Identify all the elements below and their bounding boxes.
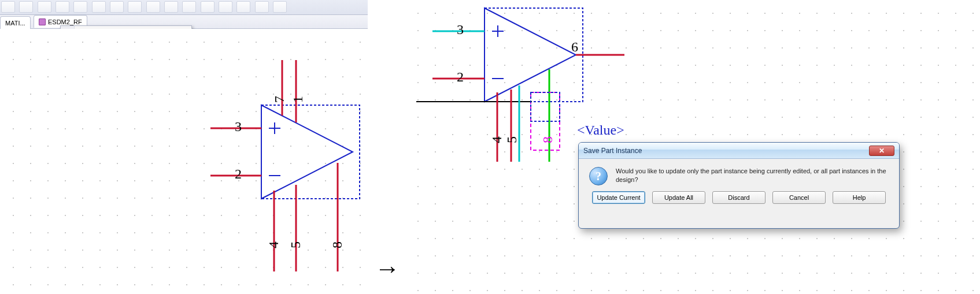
- toolbar-button[interactable]: [56, 1, 69, 13]
- update-current-button[interactable]: Update Current: [592, 191, 645, 204]
- svg-marker-1: [261, 105, 353, 199]
- pin-label: 2: [457, 69, 464, 85]
- pin-label: 3: [457, 22, 464, 38]
- save-part-instance-dialog: Save Part Instance ✕ ? Would you like to…: [578, 142, 900, 229]
- toolbar-button[interactable]: [164, 1, 178, 13]
- toolbar-button[interactable]: [19, 1, 33, 13]
- toolbar-button[interactable]: [255, 1, 269, 13]
- close-icon: ✕: [879, 147, 885, 155]
- part-value-label: <Value>: [577, 122, 624, 138]
- dialog-message: Would you like to update only the part i…: [616, 167, 889, 185]
- schematic-file-icon: [39, 18, 46, 25]
- toolbar-button[interactable]: [219, 1, 232, 13]
- pin-label: 5: [288, 241, 304, 248]
- toolbar-button[interactable]: [128, 1, 142, 13]
- document-tab[interactable]: MATI...: [0, 16, 31, 29]
- help-button[interactable]: Help: [833, 191, 886, 204]
- toolbar-button[interactable]: [236, 1, 250, 13]
- arrow-right-icon: →: [375, 254, 400, 283]
- toolbar-button[interactable]: [38, 1, 51, 13]
- pin-label: 3: [235, 119, 242, 135]
- update-all-button[interactable]: Update All: [652, 191, 705, 204]
- svg-rect-26: [531, 92, 560, 121]
- toolbar-button[interactable]: [110, 1, 124, 13]
- question-icon: ?: [589, 167, 608, 185]
- tab-label: MATI...: [5, 20, 25, 27]
- pin-label: 4: [266, 241, 282, 248]
- dialog-title: Save Part Instance: [583, 147, 642, 155]
- pin-label: 8: [540, 136, 556, 143]
- schematic-canvas-before[interactable]: 3 2 7 1 4 5 8: [0, 29, 368, 294]
- pin-label: 7: [272, 96, 287, 103]
- toolbar-button[interactable]: [201, 1, 215, 13]
- discard-button[interactable]: Discard: [712, 191, 765, 204]
- close-button[interactable]: ✕: [869, 146, 894, 156]
- toolbar-button[interactable]: [182, 1, 196, 13]
- svg-rect-0: [261, 105, 360, 199]
- cancel-button[interactable]: Cancel: [772, 191, 826, 204]
- toolbar-button[interactable]: [146, 1, 160, 13]
- pin-label: 4: [489, 136, 505, 143]
- toolbar-button[interactable]: [1, 1, 15, 13]
- pin-label: 8: [330, 241, 345, 248]
- toolbar: [0, 0, 368, 15]
- pin-label: 5: [504, 136, 520, 143]
- svg-marker-13: [485, 8, 576, 102]
- svg-rect-12: [485, 8, 583, 102]
- pin-label: 2: [235, 166, 242, 182]
- toolbar-button[interactable]: [73, 1, 87, 13]
- tab-label: ESDM2_RF: [48, 18, 82, 25]
- dialog-titlebar[interactable]: Save Part Instance ✕: [579, 143, 899, 159]
- pin-label: 1: [290, 96, 306, 103]
- toolbar-button[interactable]: [273, 1, 287, 13]
- pin-label: 6: [571, 39, 578, 55]
- toolbar-button[interactable]: [92, 1, 106, 13]
